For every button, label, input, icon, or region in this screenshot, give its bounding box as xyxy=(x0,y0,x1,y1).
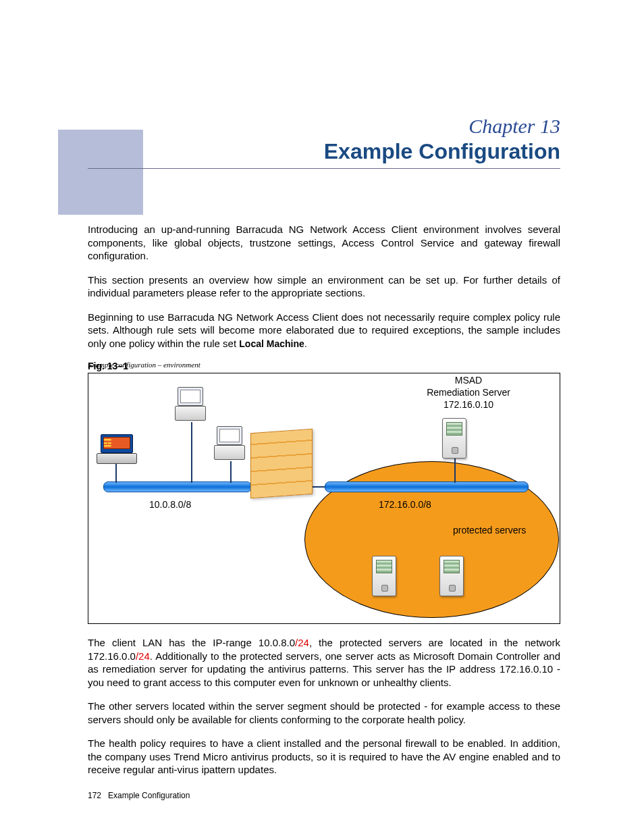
left-network-label: 10.0.8.0/8 xyxy=(149,499,191,510)
firewall-icon xyxy=(250,429,313,498)
title-rule xyxy=(88,168,560,169)
p3-local-machine: Local Machine xyxy=(239,338,304,349)
footer-page-number: 172 xyxy=(88,791,101,800)
p3-text-a: Beginning to use Barracuda NG Network Ac… xyxy=(88,311,560,349)
right-network-label: 172.16.0.0/8 xyxy=(379,499,431,510)
intro-paragraph-1: Introducing an up-and-running Barracuda … xyxy=(88,223,560,263)
paragraph-6: The health policy requires to have a cli… xyxy=(88,737,560,777)
left-network-bar xyxy=(103,481,252,492)
p3-text-c: . xyxy=(304,338,307,349)
page-footer: 172 Example Configuration xyxy=(88,791,190,800)
msad-server-icon xyxy=(442,418,466,459)
figure-caption: Fig. 13–1 Example configuration – enviro… xyxy=(88,361,560,369)
client-pc-icon xyxy=(214,426,245,460)
chapter-number: Chapter 13 xyxy=(88,115,560,138)
msad-label-1: MSAD xyxy=(411,375,526,386)
msad-label-2: Remediation Server xyxy=(411,387,526,398)
intro-paragraph-2: This section presents an overview how si… xyxy=(88,273,560,300)
protected-server-icon xyxy=(372,556,396,596)
protected-server-icon xyxy=(439,556,464,596)
figure-diagram: ☲ 10.0.8.0/8 172.16.0.0/8 MSAD Remediati… xyxy=(88,373,560,624)
protected-servers-label: protected servers xyxy=(453,525,526,536)
page-content: Chapter 13 Example Configuration Introdu… xyxy=(88,115,560,787)
figure-caption-label: Fig. 13–1 xyxy=(88,361,128,371)
chapter-title: Example Configuration xyxy=(88,139,560,164)
msad-label-3: 172.16.0.10 xyxy=(411,399,526,410)
conn-line xyxy=(191,422,192,483)
p4-text-e: . Additionally to the protected servers,… xyxy=(88,650,560,688)
p4-text-a: The client LAN has the IP-range 10.0.8.0 xyxy=(88,637,295,648)
intro-paragraph-3: Beginning to use Barracuda NG Network Ac… xyxy=(88,311,560,350)
p4-cidr-2: /24 xyxy=(136,650,150,662)
right-network-bar xyxy=(325,481,529,492)
footer-section: Example Configuration xyxy=(108,791,190,800)
client-laptop-icon: ☲ xyxy=(97,434,137,464)
paragraph-5: The other servers located within the ser… xyxy=(88,700,560,726)
client-pc-icon xyxy=(175,387,206,421)
conn-line xyxy=(115,464,117,483)
paragraph-4: The client LAN has the IP-range 10.0.8.0… xyxy=(88,636,560,689)
conn-line xyxy=(311,486,325,488)
p4-cidr-1: /24 xyxy=(295,637,309,648)
conn-line xyxy=(230,461,232,483)
conn-line xyxy=(454,456,456,483)
